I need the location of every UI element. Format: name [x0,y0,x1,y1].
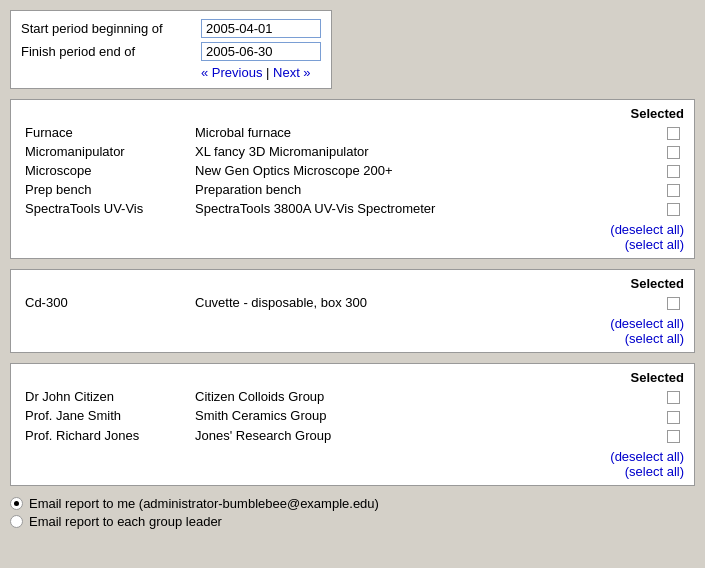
consumables-deselect-all[interactable]: (deselect all) [610,316,684,331]
finish-period-input[interactable] [201,42,321,61]
item-checkbox-cell [654,293,684,312]
email-section: Email report to me (administrator-bumble… [10,496,695,529]
equipment-select-all[interactable]: (select all) [625,237,684,252]
groups-header: Selected [21,370,684,385]
email-option1-radio[interactable] [10,497,23,510]
start-period-label: Start period beginning of [21,21,201,36]
table-row: Micromanipulator XL fancy 3D Micromanipu… [21,142,684,161]
table-row: Prep bench Preparation bench [21,180,684,199]
groups-selected-label: Selected [631,370,684,385]
consumables-box: Selected Cd-300 Cuvette - disposable, bo… [10,269,695,353]
equipment-box: Selected Furnace Microbal furnace Microm… [10,99,695,259]
item-checkbox[interactable] [667,297,680,310]
item-desc: Microbal furnace [191,123,654,142]
email-option2-row: Email report to each group leader [10,514,695,529]
item-name: Prof. Jane Smith [21,406,191,425]
item-checkbox[interactable] [667,165,680,178]
item-checkbox-cell [654,142,684,161]
item-checkbox-cell [654,199,684,218]
item-checkbox-cell [654,161,684,180]
item-desc: Smith Ceramics Group [191,406,654,425]
equipment-selected-label: Selected [631,106,684,121]
finish-period-row: Finish period end of [21,42,321,61]
item-checkbox[interactable] [667,184,680,197]
groups-table: Dr John Citizen Citizen Colloids Group P… [21,387,684,444]
item-desc: Cuvette - disposable, box 300 [191,293,654,312]
table-row: Prof. Jane Smith Smith Ceramics Group [21,406,684,425]
consumables-header: Selected [21,276,684,291]
item-name: Prep bench [21,180,191,199]
item-name: SpectraTools UV-Vis [21,199,191,218]
item-desc: XL fancy 3D Micromanipulator [191,142,654,161]
previous-link[interactable]: « Previous [201,65,262,80]
item-checkbox-cell [654,123,684,142]
item-name: Furnace [21,123,191,142]
item-checkbox[interactable] [667,411,680,424]
item-desc: Citizen Colloids Group [191,387,654,406]
item-name: Cd-300 [21,293,191,312]
groups-box: Selected Dr John Citizen Citizen Colloid… [10,363,695,485]
consumables-table: Cd-300 Cuvette - disposable, box 300 [21,293,684,312]
item-checkbox-cell [654,406,684,425]
item-checkbox-cell [654,180,684,199]
consumables-selected-label: Selected [631,276,684,291]
item-name: Dr John Citizen [21,387,191,406]
item-checkbox[interactable] [667,430,680,443]
item-desc: New Gen Optics Microscope 200+ [191,161,654,180]
groups-deselect-all[interactable]: (deselect all) [610,449,684,464]
item-checkbox[interactable] [667,203,680,216]
email-option1-row: Email report to me (administrator-bumble… [10,496,695,511]
item-desc: Preparation bench [191,180,654,199]
finish-period-label: Finish period end of [21,44,201,59]
consumables-actions: (deselect all) (select all) [21,312,684,346]
item-name: Micromanipulator [21,142,191,161]
period-nav: « Previous | Next » [21,65,321,80]
groups-actions: (deselect all) (select all) [21,445,684,479]
item-checkbox[interactable] [667,146,680,159]
table-row: SpectraTools UV-Vis SpectraTools 3800A U… [21,199,684,218]
item-desc: SpectraTools 3800A UV-Vis Spectrometer [191,199,654,218]
email-option2-radio[interactable] [10,515,23,528]
email-option2-label: Email report to each group leader [29,514,222,529]
consumables-select-all[interactable]: (select all) [625,331,684,346]
item-checkbox-cell [654,387,684,406]
table-row: Cd-300 Cuvette - disposable, box 300 [21,293,684,312]
item-name: Microscope [21,161,191,180]
groups-select-all[interactable]: (select all) [625,464,684,479]
start-period-input[interactable] [201,19,321,38]
equipment-actions: (deselect all) (select all) [21,218,684,252]
item-checkbox[interactable] [667,391,680,404]
item-name: Prof. Richard Jones [21,426,191,445]
item-checkbox-cell [654,426,684,445]
table-row: Dr John Citizen Citizen Colloids Group [21,387,684,406]
equipment-table: Furnace Microbal furnace Micromanipulato… [21,123,684,218]
start-period-row: Start period beginning of [21,19,321,38]
equipment-deselect-all[interactable]: (deselect all) [610,222,684,237]
table-row: Furnace Microbal furnace [21,123,684,142]
next-link[interactable]: Next » [273,65,311,80]
period-box: Start period beginning of Finish period … [10,10,332,89]
item-desc: Jones' Research Group [191,426,654,445]
table-row: Microscope New Gen Optics Microscope 200… [21,161,684,180]
table-row: Prof. Richard Jones Jones' Research Grou… [21,426,684,445]
nav-separator: | [262,65,273,80]
email-option1-label: Email report to me (administrator-bumble… [29,496,379,511]
equipment-header: Selected [21,106,684,121]
item-checkbox[interactable] [667,127,680,140]
